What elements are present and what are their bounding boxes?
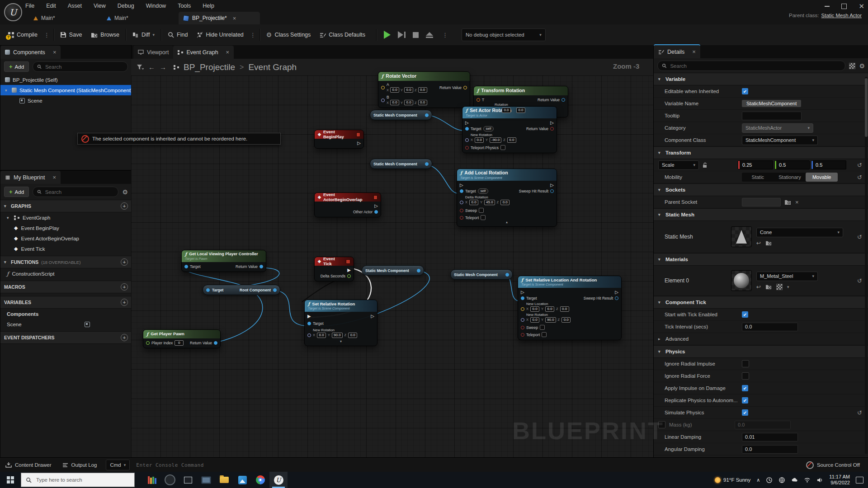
pin-target[interactable]: Target Sweep Hit Result (521, 295, 618, 301)
node-event-beginplay[interactable]: ◆Event BeginPlay ▷ (314, 130, 364, 149)
tree-item-scene[interactable]: Scene (0, 95, 132, 106)
minimize-icon[interactable] (825, 6, 830, 7)
float-pin-icon[interactable] (347, 274, 351, 278)
checkbox[interactable]: ✔ (742, 385, 748, 391)
vector-pin-icon[interactable] (463, 86, 467, 89)
exec-in-icon[interactable]: ▷ (460, 183, 463, 188)
chevron-down-icon[interactable]: ▾ (787, 285, 789, 289)
exec-in-icon[interactable]: ▷ (521, 290, 524, 295)
node-event-actorbeginoverlap[interactable]: ◆Event ActorBeginOverlap ▷ Other Actor (314, 192, 381, 217)
details-search[interactable] (657, 61, 845, 71)
my-blueprint-search[interactable] (33, 187, 118, 197)
browse-folder-icon[interactable] (784, 199, 791, 205)
task-view-icon[interactable] (179, 472, 197, 488)
self-tag[interactable]: self (478, 188, 489, 194)
exec-out-icon[interactable]: ▷ (615, 290, 618, 295)
pill-static-mesh-component[interactable]: Static Mesh Component (450, 269, 513, 280)
menu-view[interactable]: View (94, 3, 106, 9)
pill-static-mesh-component[interactable]: Static Mesh Component (370, 110, 432, 120)
chrome-icon[interactable] (251, 472, 269, 488)
close-icon[interactable]: ✕ (859, 4, 864, 9)
components-search-input[interactable] (44, 64, 123, 70)
details-search-input[interactable] (669, 63, 841, 69)
value-field[interactable]: 45.0 (484, 200, 495, 205)
checkbox[interactable] (500, 145, 505, 150)
taskbar-app-media-icon[interactable] (197, 472, 215, 488)
item-scene-variable[interactable]: Scene (0, 319, 132, 329)
checkbox[interactable] (479, 208, 484, 213)
value-field[interactable]: 0.0 (418, 87, 427, 93)
variables-category-components[interactable]: Components (0, 309, 132, 319)
tooltip-input[interactable] (742, 112, 802, 120)
tick-interval-input[interactable]: 0.0 (742, 323, 798, 331)
section-graphs[interactable]: ▾ GRAPHS + (0, 200, 132, 212)
mobility-static[interactable]: Static (742, 173, 774, 182)
clock-icon[interactable] (766, 477, 773, 483)
menu-file[interactable]: File (25, 3, 34, 9)
node-get-player-pawn[interactable]: ƒGet Player Pawn Player Index 0 Return V… (143, 329, 221, 348)
exec-out-icon[interactable]: ▷ (357, 141, 361, 145)
object-pin-icon[interactable] (417, 269, 420, 272)
use-selected-icon[interactable]: ↩ (756, 240, 761, 246)
display-filter-icon[interactable] (849, 63, 855, 69)
collapse-chevron-icon[interactable]: ▴ (460, 221, 554, 224)
pin-b[interactable]: B X0.0 Y0.0 Z0.0 (381, 95, 467, 105)
object-pin-icon[interactable] (214, 341, 217, 345)
pin-sweep[interactable]: Sweep (460, 207, 554, 213)
reset-icon[interactable]: ↺ (857, 409, 862, 416)
add-dispatcher-icon[interactable]: + (121, 334, 128, 341)
node-set-relative-location-and-rotation[interactable]: ƒSet Relative Location And Rotation Targ… (518, 276, 622, 340)
add-graph-icon[interactable]: + (121, 202, 128, 210)
section-functions[interactable]: ▾ FUNCTIONS (18 OVERRIDABLE) + (0, 256, 132, 268)
my-blueprint-search-input[interactable] (44, 189, 114, 195)
pin-target[interactable]: Target self Sweep Hit Result (460, 188, 554, 194)
value-field[interactable]: 0.0 (560, 306, 569, 312)
value-field[interactable]: 0.0 (530, 317, 539, 323)
debug-object-dropdown[interactable]: No debug object selected ▾ (462, 28, 546, 41)
value-field[interactable]: 0.0 (500, 200, 509, 205)
value-field[interactable]: 0.0 (561, 317, 571, 323)
pill-static-mesh-component[interactable]: Static Mesh Component (370, 159, 432, 169)
close-tab-icon[interactable]: × (52, 174, 56, 181)
object-pin-icon[interactable] (307, 322, 311, 325)
bool-pin-icon[interactable] (521, 333, 524, 337)
material-thumbnail[interactable] (731, 270, 752, 291)
hide-unrelated-options-icon[interactable]: ⋮ (248, 32, 258, 38)
details-scrollbar[interactable] (865, 77, 868, 454)
taskbar-search-input[interactable] (35, 477, 114, 483)
reset-icon[interactable]: ↺ (857, 174, 862, 181)
compile-button[interactable]: ? Compile (4, 28, 42, 42)
value-field[interactable]: 0.0 (390, 87, 399, 93)
object-pin-icon[interactable] (465, 127, 469, 131)
value-field[interactable]: 0.0 (418, 100, 427, 105)
pin-sweep-hit-result[interactable]: Sweep Hit Result (584, 296, 618, 300)
unreal-logo-icon[interactable]: U (4, 3, 22, 21)
scale-mode-dropdown[interactable]: Scale▾ (658, 160, 699, 170)
checkbox[interactable] (542, 332, 547, 337)
rotator-pin-icon[interactable] (465, 138, 469, 142)
value-field[interactable]: 0.0 (545, 306, 554, 312)
pin-teleport-physics[interactable]: Teleport Physics (465, 145, 554, 150)
rotator-pin-icon[interactable] (307, 333, 311, 337)
doc-tab-main-2[interactable]: Main* (102, 12, 133, 24)
section-variables[interactable]: VARIABLES + (0, 296, 132, 309)
tree-item-static-mesh-component[interactable]: ▾ Static Mesh Component (StaticMeshCompo… (0, 85, 132, 95)
details-settings-icon[interactable]: ⚙ (859, 62, 865, 70)
material-dropdown[interactable]: M_Metal_Steel▾ (756, 272, 818, 281)
object-pin-icon[interactable] (550, 189, 554, 193)
node-rotate-vector[interactable]: ƒRotate Vector Return Value A X0.0 Y0.0 … (378, 71, 470, 108)
console-command-input[interactable] (135, 462, 273, 469)
pin-new-rotation[interactable]: X0.0 Y-90.0 Z0.0 (465, 137, 554, 143)
pin-t[interactable]: T Return Value (476, 97, 565, 103)
compile-options-icon[interactable]: ⋮ (42, 32, 52, 38)
gear-icon[interactable]: ⚙ (122, 188, 128, 196)
object-pin-icon[interactable] (374, 210, 378, 214)
value-field[interactable]: 0.0 (348, 333, 357, 338)
reset-icon[interactable]: ↺ (857, 162, 862, 169)
object-pin-icon[interactable] (521, 296, 524, 300)
exec-out-icon[interactable]: ▷ (550, 183, 554, 188)
vector-pin-icon[interactable] (521, 307, 524, 311)
breadcrumb-current[interactable]: Event Graph (248, 62, 297, 72)
class-defaults-button[interactable]: Class Defaults (315, 28, 370, 42)
hide-unrelated-button[interactable]: Hide Unrelated (192, 28, 248, 42)
